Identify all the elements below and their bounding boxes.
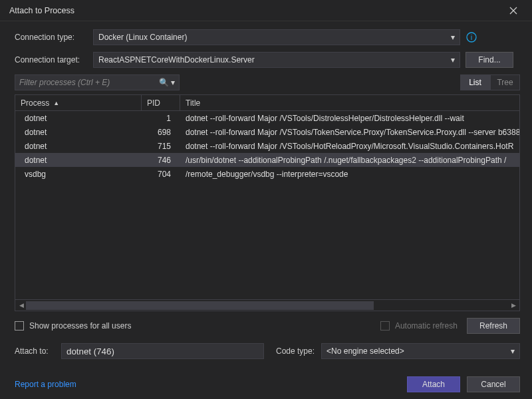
cell-process: dotnet [15, 114, 142, 123]
checkbox-box [15, 321, 24, 331]
search-icon: 🔍 ▾ [159, 78, 175, 87]
view-toggle: List Tree [460, 74, 520, 90]
attach-to-label: Attach to: [15, 346, 55, 356]
view-list-button[interactable]: List [460, 74, 490, 90]
checkbox-box [380, 321, 390, 331]
report-problem-link[interactable]: Report a problem [15, 380, 76, 389]
column-title[interactable]: Title [180, 95, 519, 110]
table-header: Process ▲ PID Title [15, 95, 519, 111]
cell-pid: 1 [142, 114, 180, 123]
cell-title: /remote_debugger/vsdbg --interpreter=vsc… [180, 170, 519, 179]
scroll-right-icon[interactable]: ▶ [509, 302, 518, 309]
find-button[interactable]: Find... [466, 52, 513, 68]
table-row[interactable]: vsdbg704/remote_debugger/vsdbg --interpr… [15, 167, 519, 181]
automatic-refresh-checkbox[interactable]: Automatic refresh [380, 321, 458, 331]
process-table: Process ▲ PID Title dotnet1dotnet --roll… [15, 94, 520, 311]
cell-process: dotnet [15, 142, 142, 151]
attach-button[interactable]: Attach [407, 376, 460, 392]
cancel-button[interactable]: Cancel [467, 376, 520, 392]
svg-text:i: i [471, 33, 472, 41]
code-type-dropdown[interactable]: <No engine selected> ▾ [321, 343, 520, 359]
chevron-down-icon: ▾ [451, 33, 455, 42]
attach-config-row: Attach to: Code type: <No engine selecte… [15, 343, 520, 359]
column-pid[interactable]: PID [142, 95, 180, 110]
filter-placeholder: Filter processes (Ctrl + E) [19, 78, 110, 87]
table-row[interactable]: dotnet715dotnet --roll-forward Major /VS… [15, 139, 519, 153]
cell-process: dotnet [15, 156, 142, 165]
chevron-down-icon: ▾ [511, 346, 515, 356]
cell-pid: 715 [142, 142, 180, 151]
code-type-label: Code type: [276, 346, 315, 356]
cell-pid: 746 [142, 156, 180, 165]
scroll-track[interactable] [26, 301, 509, 310]
cell-pid: 704 [142, 170, 180, 179]
titlebar: Attach to Process [0, 0, 532, 21]
cell-process: dotnet [15, 128, 142, 137]
code-type-value: <No engine selected> [327, 346, 404, 356]
filter-input[interactable]: Filter processes (Ctrl + E) 🔍 ▾ [15, 74, 180, 90]
connection-target-dropdown[interactable]: ReactASPNETCoreWithDockerLinux.Server ▾ [93, 52, 460, 68]
connection-type-label: Connection type: [15, 33, 88, 42]
connection-type-value: Docker (Linux Container) [98, 33, 187, 42]
scroll-left-icon[interactable]: ◀ [17, 302, 26, 309]
connection-target-label: Connection target: [15, 55, 88, 65]
refresh-button[interactable]: Refresh [467, 318, 520, 334]
close-button[interactable] [501, 2, 525, 19]
dialog-title: Attach to Process [9, 6, 74, 15]
scroll-thumb[interactable] [26, 301, 374, 310]
cell-title: dotnet --roll-forward Major /VSTools/Hot… [180, 142, 519, 151]
filter-row: Filter processes (Ctrl + E) 🔍 ▾ List Tre… [15, 74, 520, 90]
chevron-down-icon: ▾ [451, 55, 455, 65]
table-row[interactable]: dotnet698dotnet --roll-forward Major /VS… [15, 125, 519, 139]
connection-target-value: ReactASPNETCoreWithDockerLinux.Server [98, 55, 255, 65]
connection-type-info-button[interactable]: i [466, 31, 477, 43]
column-process[interactable]: Process ▲ [15, 95, 142, 110]
cell-process: vsdbg [15, 170, 142, 179]
attach-to-input[interactable] [61, 343, 264, 359]
info-icon: i [466, 31, 477, 43]
table-row[interactable]: dotnet746/usr/bin/dotnet --additionalPro… [15, 153, 519, 167]
cell-pid: 698 [142, 128, 180, 137]
sort-asc-icon: ▲ [53, 100, 59, 106]
options-row: Show processes for all users Automatic r… [15, 318, 520, 334]
close-icon [509, 7, 517, 15]
connection-type-row: Connection type: Docker (Linux Container… [15, 29, 520, 45]
dialog-footer: Report a problem Attach Cancel [15, 376, 520, 392]
connection-type-dropdown[interactable]: Docker (Linux Container) ▾ [93, 29, 460, 45]
attach-to-process-dialog: Attach to Process Connection type: Docke… [0, 0, 532, 399]
cell-title: /usr/bin/dotnet --additionalProbingPath … [180, 156, 519, 165]
connection-target-row: Connection target: ReactASPNETCoreWithDo… [15, 52, 520, 68]
view-tree-button[interactable]: Tree [490, 74, 520, 90]
horizontal-scrollbar[interactable]: ◀ ▶ [15, 299, 519, 311]
cell-title: dotnet --roll-forward Major /VSTools/Tok… [180, 128, 519, 137]
cell-title: dotnet --roll-forward Major /VSTools/Dis… [180, 114, 519, 123]
table-body: dotnet1dotnet --roll-forward Major /VSTo… [15, 111, 519, 299]
table-row[interactable]: dotnet1dotnet --roll-forward Major /VSTo… [15, 111, 519, 125]
show-all-users-checkbox[interactable]: Show processes for all users [15, 321, 131, 331]
dialog-content: Connection type: Docker (Linux Container… [0, 21, 532, 399]
